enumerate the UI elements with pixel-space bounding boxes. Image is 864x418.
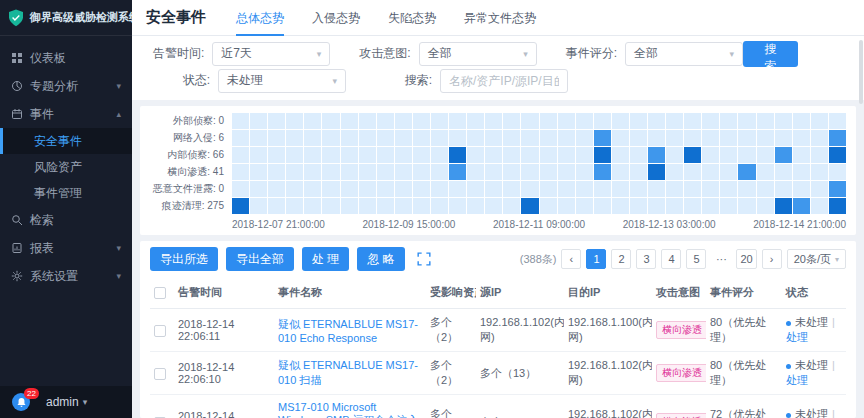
messages-button[interactable]: 22: [12, 393, 30, 411]
heatmap-cell: [395, 181, 412, 197]
sidebar-item-event-management[interactable]: 事件管理: [0, 180, 132, 206]
heatmap-cell: [377, 181, 394, 197]
heatmap-cell: [757, 181, 774, 197]
export-selected-button[interactable]: 导出所选: [150, 247, 218, 271]
process-link[interactable]: 处理: [786, 331, 808, 343]
sidebar-item-risk-assets[interactable]: 风险资产: [0, 154, 132, 180]
page-size-select[interactable]: 20条/页▾: [787, 249, 846, 269]
search-button[interactable]: 搜 索: [743, 41, 798, 67]
heatmap-cell: [648, 198, 665, 214]
heatmap-cell: [232, 113, 249, 129]
event-name-link[interactable]: MS17-010 Microsoft Windows SMB 远程命令注入检测 …: [278, 401, 419, 418]
status-dot: [786, 364, 791, 369]
heatmap-x-tick: 2018-12-13 03:00:00: [623, 219, 716, 230]
heatmap-cell: [811, 147, 828, 163]
heatmap-cell: [449, 113, 466, 129]
export-all-button[interactable]: 导出全部: [226, 247, 294, 271]
heatmap-cell: [413, 164, 430, 180]
column-header-assets: 受影响资产: [426, 277, 476, 309]
page-button-1[interactable]: 1: [586, 249, 606, 269]
process-button[interactable]: 处 理: [302, 247, 349, 271]
table-row: 2018-12-14 22:06:10MS17-010 Microsoft Wi…: [150, 395, 846, 418]
sidebar-item-reports[interactable]: 报表▾: [0, 234, 132, 262]
heatmap-row-labels: 外部侦察: 0网络入侵: 6内部侦察: 66横向渗透: 41恶意文件泄露: 0痕…: [150, 113, 232, 215]
fullscreen-icon[interactable]: [417, 252, 431, 266]
tab-intrusion[interactable]: 入侵态势: [312, 0, 360, 36]
sidebar-item-security-events[interactable]: 安全事件: [0, 128, 132, 154]
filter-row-1: 告警时间: 近7天▾ 攻击意图: 全部▾ 事件评分: 全部▾ 搜 索: [146, 40, 850, 67]
heatmap-cell: [341, 164, 358, 180]
alarm-time-select[interactable]: 近7天▾: [212, 42, 330, 66]
scrollbar[interactable]: [859, 40, 863, 104]
page-header: 安全事件 总体态势入侵态势失陷态势异常文件态势: [132, 0, 864, 36]
process-link[interactable]: 处理: [786, 374, 808, 386]
heatmap-cell: [684, 181, 701, 197]
next-page-button[interactable]: ›: [762, 249, 782, 269]
total-count: (388条): [520, 252, 557, 267]
attack-intent-select[interactable]: 全部▾: [419, 42, 537, 66]
heatmap-cell: [467, 164, 484, 180]
heatmap-cell: [757, 198, 774, 214]
sidebar-item-dashboard[interactable]: 仪表板: [0, 44, 132, 72]
heatmap-cell: [268, 130, 285, 146]
select-all-checkbox[interactable]: [154, 287, 166, 299]
heatmap-cell: [666, 147, 683, 163]
heatmap-cell: [630, 181, 647, 197]
keyword-search-input[interactable]: [440, 69, 568, 93]
heatmap-cell: [540, 181, 557, 197]
heatmap-cell: [431, 181, 448, 197]
heatmap-cell: [503, 113, 520, 129]
page-button-2[interactable]: 2: [611, 249, 631, 269]
page-buttons: 12345···20: [586, 249, 756, 269]
heatmap-cell: [666, 164, 683, 180]
sidebar-item-events[interactable]: 事件▴: [0, 100, 132, 128]
tab-overall[interactable]: 总体态势: [236, 0, 284, 36]
event-name-link[interactable]: 疑似 ETERNALBLUE MS17-010 扫描: [278, 359, 418, 386]
heatmap-cell: [268, 181, 285, 197]
sidebar-item-search[interactable]: 检索: [0, 206, 132, 234]
heatmap-cell: [232, 181, 249, 197]
status-select[interactable]: 未处理▾: [218, 69, 346, 93]
bell-icon: [16, 397, 27, 408]
page-button-5[interactable]: 5: [686, 249, 706, 269]
prev-page-button[interactable]: ‹: [561, 249, 581, 269]
page-button-3[interactable]: 3: [636, 249, 656, 269]
admin-menu[interactable]: admin ▾: [46, 395, 87, 409]
heatmap-cell: [250, 198, 267, 214]
alarm-time-cell: 2018-12-14 22:06:11: [174, 309, 274, 352]
pagination: (388条) ‹ 12345···20 › 20条/页▾: [520, 249, 846, 269]
heatmap-cell: [720, 181, 737, 197]
heatmap-cell: [720, 130, 737, 146]
event-name-link[interactable]: 疑似 ETERNALBLUE MS17-010 Echo Response: [278, 318, 418, 344]
sidebar-item-settings[interactable]: 系统设置▾: [0, 262, 132, 290]
tab-abnormal-files[interactable]: 异常文件态势: [464, 0, 536, 36]
ignore-button[interactable]: 忽 略: [357, 247, 404, 271]
sidebar-footer: 22 admin ▾: [0, 386, 132, 418]
heatmap-cell: [268, 198, 285, 214]
attack-intent-label: 攻击意图:: [352, 45, 410, 62]
search-icon: [11, 214, 23, 226]
heatmap-cell: [304, 198, 321, 214]
page-button-4[interactable]: 4: [661, 249, 681, 269]
heatmap-cell: [684, 130, 701, 146]
heatmap-row-label: 横向渗透: 41: [150, 164, 232, 180]
heatmap-cell: [359, 113, 376, 129]
table-toolbar: 导出所选导出全部处 理忽 略 (388条) ‹ 12345···20 › 20条…: [150, 247, 846, 271]
heatmap-cell: [576, 181, 593, 197]
heatmap-cell: [395, 130, 412, 146]
row-checkbox[interactable]: [154, 325, 166, 337]
heatmap-cell: [250, 164, 267, 180]
heatmap-cell: [521, 198, 538, 214]
dest-ip-cell: 192.168.1.102(内网): [564, 395, 652, 418]
heatmap-cell: [775, 164, 792, 180]
status-dot: [786, 321, 791, 326]
sidebar-item-analysis[interactable]: 专题分析▾: [0, 72, 132, 100]
heatmap-cell: [576, 130, 593, 146]
heatmap-cell: [359, 147, 376, 163]
tab-compromise[interactable]: 失陷态势: [388, 0, 436, 36]
event-score-select[interactable]: 全部▾: [625, 42, 743, 66]
table-row: 2018-12-14 22:06:10疑似 ETERNALBLUE MS17-0…: [150, 352, 846, 395]
row-checkbox[interactable]: [154, 368, 166, 380]
page-button-20[interactable]: 20: [736, 249, 756, 269]
heatmap-cell: [648, 181, 665, 197]
